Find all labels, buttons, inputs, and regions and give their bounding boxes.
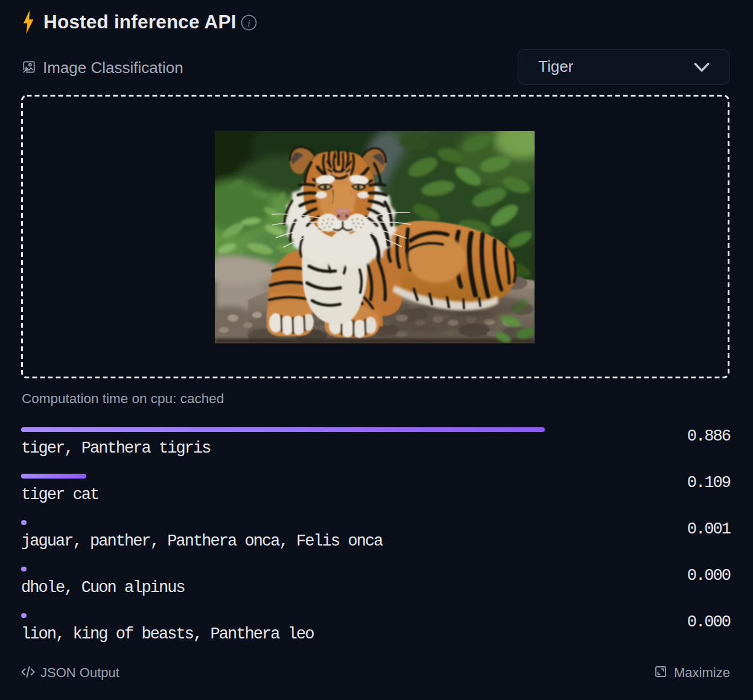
svg-text:i: i <box>247 18 250 29</box>
